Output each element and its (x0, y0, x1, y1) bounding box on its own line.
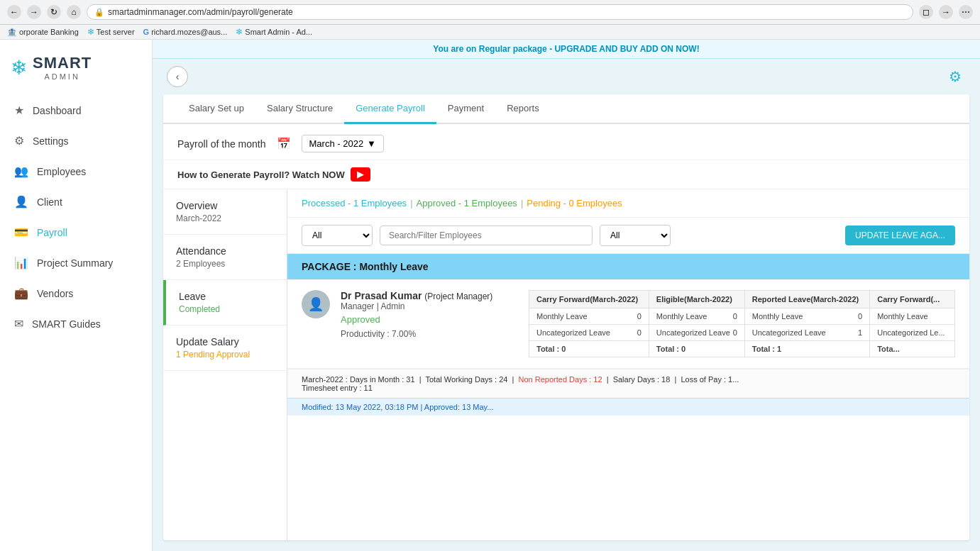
bookmark-smart-admin[interactable]: ❄ Smart Admin - Ad... (236, 27, 312, 37)
bookmark-test-server[interactable]: ❄ Test server (87, 27, 135, 37)
sidebar-item-vendors[interactable]: 💼 Vendors (0, 278, 152, 308)
employee-role-detail: (Project Manager) (424, 291, 492, 301)
sidebar-label-vendors: Vendors (37, 288, 73, 299)
logo-admin-text: ADMIN (33, 72, 92, 81)
youtube-button[interactable]: ▶ (351, 167, 370, 182)
page-header: ‹ ⚙ (153, 59, 980, 94)
left-panel-overview[interactable]: Overview March-2022 (163, 189, 287, 235)
back-nav-button[interactable]: ← (7, 5, 21, 19)
left-panel-attendance[interactable]: Attendance 2 Employees (163, 235, 287, 280)
tab-salary-setup[interactable]: Salary Set up (177, 94, 255, 124)
employees-icon: 👥 (14, 165, 28, 178)
search-input[interactable] (380, 226, 593, 245)
employee-section: 👤 Dr Prasad Kumar (Project Manager) Mana… (287, 279, 969, 369)
sidebar-label-smart-guides: SMART Guides (32, 318, 101, 330)
carry-fwd2-monthly: Monthly Leave (870, 308, 955, 325)
snowflake-icon-1: ❄ (87, 27, 94, 37)
url-text: smartadminmanager.com/admin/payroll/gene… (108, 7, 293, 17)
bookmark-corporate[interactable]: 🏦 orporate Banking (7, 28, 79, 37)
status-pending[interactable]: Pending - 0 Employees (527, 198, 622, 208)
more-button[interactable]: ⋯ (959, 5, 973, 19)
table-row-total: Total : 0 Total : 0 Total : 1 Tota... (529, 341, 955, 357)
overview-title: Overview (176, 200, 274, 211)
settings-icon: ⚙ (14, 134, 24, 148)
sidebar-label-client: Client (37, 196, 62, 208)
sidebar-item-employees[interactable]: 👥 Employees (0, 156, 152, 187)
col-eligible: Eligible(March-2022) (649, 291, 744, 308)
calendar-icon[interactable]: 📅 (277, 137, 291, 150)
filter-select-1[interactable]: All (302, 225, 373, 246)
tab-payment[interactable]: Payment (436, 94, 495, 124)
carry-fwd-uncategorized: Uncategorized Leave 0 (529, 325, 649, 341)
page-settings-icon[interactable]: ⚙ (945, 66, 966, 87)
tab-generate-payroll[interactable]: Generate Payroll (344, 94, 436, 124)
non-reported-days: Non Reported Days : 12 (519, 375, 602, 384)
sidebar-label-dashboard: Dashboard (33, 105, 82, 116)
client-icon: 👤 (14, 195, 28, 208)
carry-fwd2-uncategorized: Uncategorized Le... (870, 325, 955, 341)
leave-title: Leave (179, 291, 274, 302)
employee-role: Manager | Admin (341, 301, 518, 311)
forward-nav-button[interactable]: → (27, 5, 41, 19)
home-nav-button[interactable]: ⌂ (67, 5, 81, 19)
left-panel-leave[interactable]: Leave Completed (163, 280, 287, 325)
filter-select-2[interactable]: All (600, 225, 671, 246)
package-header: PACKAGE : Monthly Leave (287, 254, 969, 279)
dropdown-arrow-icon: ▼ (367, 138, 376, 149)
update-leave-button[interactable]: UPDATE LEAVE AGA... (845, 226, 955, 245)
modified-bar: Modified: 13 May 2022, 03:18 PM | Approv… (287, 398, 969, 416)
bookmarks-bar: 🏦 orporate Banking ❄ Test server G richa… (0, 25, 980, 40)
sidebar-item-smart-guides[interactable]: ✉ SMART Guides (0, 308, 152, 339)
status-divider-1: | (410, 198, 412, 208)
status-approved[interactable]: Approved - 1 Employees (417, 198, 517, 208)
bookmark-richard[interactable]: G richard.mozes@aus... (143, 28, 228, 36)
col-reported: Reported Leave(March-2022) (744, 291, 869, 308)
sidebar-item-project-summary[interactable]: 📊 Project Summary (0, 247, 152, 278)
bottom-info-bar: March-2022 : Days in Month : 31 | Total … (287, 369, 969, 398)
eligible-monthly: Monthly Leave 0 (649, 308, 744, 325)
back-button[interactable]: ‹ (167, 66, 188, 87)
open-new-tab-button[interactable]: ◻ (919, 5, 933, 19)
tab-reports[interactable]: Reports (495, 94, 551, 124)
app-container: ❄ SMART ADMIN ★ Dashboard ⚙ Settings 👥 E… (0, 40, 980, 551)
sidebar-label-settings: Settings (33, 135, 69, 147)
logo-text: SMART ADMIN (33, 54, 92, 81)
upgrade-banner[interactable]: You are on Regular package - UPGRADE AND… (153, 40, 980, 59)
tab-salary-structure[interactable]: Salary Structure (255, 94, 344, 124)
reload-nav-button[interactable]: ↻ (47, 5, 61, 19)
sidebar-item-settings[interactable]: ⚙ Settings (0, 126, 152, 156)
address-bar[interactable]: 🔒 smartadminmanager.com/admin/payroll/ge… (87, 4, 913, 20)
logo-smart-text: SMART (33, 54, 92, 72)
snowflake-icon-2: ❄ (236, 27, 243, 37)
employee-row: 👤 Dr Prasad Kumar (Project Manager) Mana… (302, 290, 955, 357)
total-carry-fwd: Total : 0 (529, 341, 649, 357)
march-label: March-2022 : (302, 375, 348, 384)
update-salary-badge: 1 Pending Approval (176, 350, 274, 360)
employee-avatar: 👤 (302, 290, 330, 318)
browser-bar: ← → ↻ ⌂ 🔒 smartadminmanager.com/admin/pa… (0, 0, 980, 25)
sidebar-item-payroll[interactable]: 💳 Payroll (0, 217, 152, 247)
payroll-card: Salary Set up Salary Structure Generate … (163, 94, 969, 540)
status-bar: Processed - 1 Employees | Approved - 1 E… (287, 189, 969, 218)
employee-info: Dr Prasad Kumar (Project Manager) Manage… (341, 290, 518, 339)
leave-badge: Completed (179, 304, 274, 314)
guides-icon: ✉ (14, 317, 23, 330)
sidebar-label-project-summary: Project Summary (37, 257, 113, 269)
sidebar-label-employees: Employees (37, 166, 86, 177)
watch-now-label: How to Generate Payroll? Watch NOW (177, 169, 345, 180)
employee-status: Approved (341, 314, 518, 325)
right-panel: Processed - 1 Employees | Approved - 1 E… (287, 189, 969, 540)
project-icon: 📊 (14, 256, 28, 269)
watch-now-row: How to Generate Payroll? Watch NOW ▶ (163, 160, 969, 189)
payroll-month-label: Payroll of the month (177, 138, 266, 150)
month-select[interactable]: March - 2022 ▼ (302, 135, 384, 152)
sidebar-item-client[interactable]: 👤 Client (0, 187, 152, 217)
left-panel-update-salary[interactable]: Update Salary 1 Pending Approval (163, 325, 287, 371)
share-button[interactable]: → (939, 5, 953, 19)
total-carry-fwd2: Tota... (870, 341, 955, 357)
dashboard-icon: ★ (14, 104, 24, 117)
vendors-icon: 💼 (14, 286, 28, 300)
status-processed[interactable]: Processed - 1 Employees (302, 198, 407, 208)
sidebar-item-dashboard[interactable]: ★ Dashboard (0, 95, 152, 126)
play-icon: ▶ (357, 169, 363, 179)
